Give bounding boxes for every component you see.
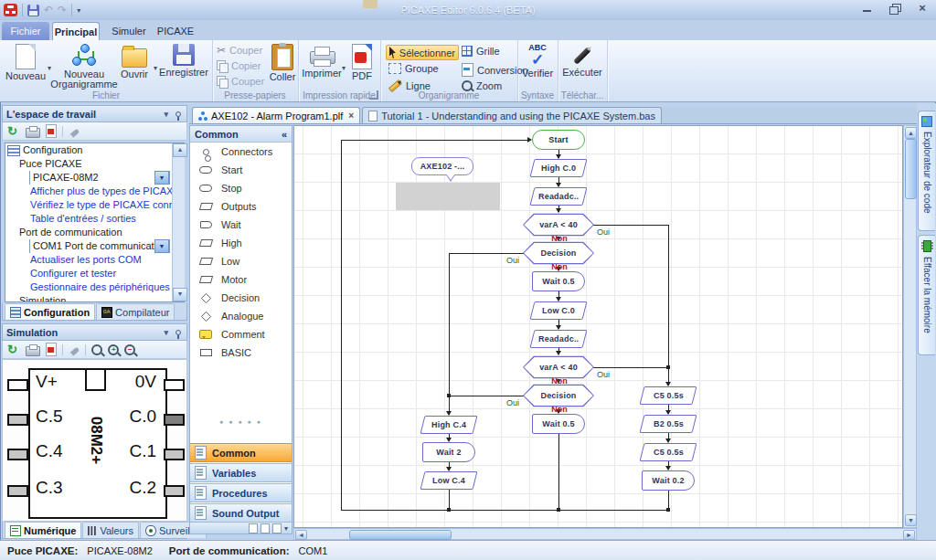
nouveau-organigramme-button[interactable]: Nouveau Organigramme xyxy=(55,42,113,90)
scroll-down-icon[interactable]: ▼ xyxy=(173,288,187,301)
palette-item-connectors[interactable]: Connectors xyxy=(190,143,292,161)
palette-item-basic[interactable]: BASIC xyxy=(190,343,292,362)
category-common[interactable]: Common xyxy=(190,443,292,462)
palette-header[interactable]: Common « xyxy=(190,126,292,143)
chip-pin-c.2[interactable] xyxy=(164,485,185,497)
flow-node-io[interactable]: B2 0.5s xyxy=(640,415,697,433)
flow-node-wait[interactable]: Wait 2 xyxy=(422,442,475,462)
category-variables[interactable]: Variables xyxy=(190,463,292,482)
tab-explorateur-de-code[interactable]: Explorateur de code xyxy=(918,111,935,231)
category-sound-output[interactable]: Sound Output xyxy=(190,503,292,523)
imprimer-dropdown-icon[interactable]: ▾ xyxy=(342,64,346,72)
chip-pin-c.5[interactable] xyxy=(7,414,28,426)
pdf-icon[interactable] xyxy=(46,343,57,356)
executer-button[interactable]: Exécuter xyxy=(559,42,605,78)
minimize-button[interactable] xyxy=(861,3,874,14)
flow-node-io[interactable]: Readadc.. xyxy=(530,330,588,348)
ouvrir-button[interactable]: Ouvrir xyxy=(115,42,154,79)
grille-button[interactable]: Grille xyxy=(459,45,503,58)
tab-effacer-la-memoire[interactable]: Effacer la mémoire xyxy=(918,235,935,355)
tab-valeurs[interactable]: Valeurs xyxy=(82,522,138,538)
flow-node-io[interactable]: High C.4 xyxy=(420,416,478,434)
pin-icon[interactable] xyxy=(176,111,181,117)
palette-item-start[interactable]: Start xyxy=(190,161,292,179)
chip-pin-c.0[interactable] xyxy=(164,414,185,426)
flow-node-io[interactable]: C5 0.5s xyxy=(640,443,697,461)
tree-dropdown[interactable]: PICAXE-08M2▼ xyxy=(29,171,170,185)
flow-node-start[interactable]: Start xyxy=(532,130,585,150)
vertical-scrollbar[interactable]: ▲ ▼ xyxy=(903,125,917,528)
refresh-icon[interactable]: ↻ xyxy=(7,343,20,356)
chip-pin-0v[interactable] xyxy=(164,379,185,391)
flow-node-wait[interactable]: Wait 0.5 xyxy=(532,414,585,434)
tree-item-link[interactable]: Configurer et tester xyxy=(5,267,184,280)
flow-node-io[interactable]: C5 0.5s xyxy=(640,386,697,405)
doc-tab-tutorial[interactable]: Tutorial 1 - Understanding and using the… xyxy=(362,107,662,123)
palette-item-high[interactable]: High xyxy=(190,234,292,252)
scroll-left-icon[interactable]: ◄ xyxy=(295,530,307,540)
chevron-down-icon[interactable]: ▾ xyxy=(164,328,168,337)
chip-pin-v+[interactable] xyxy=(7,379,28,391)
tree-item-link[interactable]: Afficher plus de types de PICAXE xyxy=(5,185,184,198)
dropdown-arrow-icon[interactable]: ▼ xyxy=(154,239,169,253)
tree-dropdown[interactable]: COM1 Port de communication▼ xyxy=(29,239,170,253)
horizontal-scrollbar[interactable]: ◄ ► xyxy=(293,528,917,540)
scroll-up-icon[interactable]: ▲ xyxy=(905,127,917,139)
category-icon[interactable] xyxy=(261,523,270,534)
zoom-in-icon[interactable] xyxy=(108,344,119,355)
refresh-icon[interactable]: ↻ xyxy=(7,125,20,138)
pin-icon[interactable] xyxy=(176,330,181,335)
scroll-up-icon[interactable]: ▲ xyxy=(173,143,187,157)
tree-item-link[interactable]: Gestionnaire des périphériques xyxy=(5,280,184,294)
verifier-button[interactable]: ABC ✓ Verifier xyxy=(519,42,556,79)
tab-simuler[interactable]: Simuler xyxy=(107,22,151,40)
couper-button[interactable]: ✂ Couper xyxy=(214,44,265,57)
settings-wrench-icon[interactable] xyxy=(69,128,80,139)
tab-configuration[interactable]: Configuration xyxy=(5,303,95,320)
palette-splitter[interactable]: ● ● ● ● ● xyxy=(190,419,292,425)
flow-node-wait[interactable]: Wait 0.2 xyxy=(642,470,695,491)
imprimer-button[interactable]: Imprimer xyxy=(302,42,342,79)
restore-button[interactable] xyxy=(888,3,901,14)
zoom-icon[interactable] xyxy=(91,344,102,355)
scroll-down-icon[interactable]: ▼ xyxy=(905,514,917,526)
couper2-button[interactable]: Couper xyxy=(214,75,267,88)
print-icon[interactable] xyxy=(26,128,40,138)
category-icon[interactable] xyxy=(272,523,282,534)
palette-item-low[interactable]: Low xyxy=(190,252,292,270)
tab-numerique[interactable]: Numérique xyxy=(5,522,81,538)
chip-pin-c.4[interactable] xyxy=(7,449,28,460)
tab-principal[interactable]: Principal xyxy=(52,22,100,40)
chevron-down-icon[interactable]: ▾ xyxy=(284,524,288,533)
tab-fichier[interactable]: Fichier xyxy=(2,22,49,40)
flow-node-wait[interactable]: Wait 0.5 xyxy=(532,271,585,291)
collapse-icon[interactable]: « xyxy=(282,129,287,140)
flow-node-comment[interactable]: AXE102 -... xyxy=(411,157,473,175)
scroll-right-icon[interactable]: ► xyxy=(903,530,915,540)
close-button[interactable]: × xyxy=(916,3,929,14)
tree-item-link[interactable]: Table d'entrées / sorties xyxy=(5,212,184,226)
print-icon[interactable] xyxy=(26,346,40,356)
palette-item-analogue[interactable]: Analogue xyxy=(190,307,292,325)
flow-node-io[interactable]: Low C.4 xyxy=(420,471,478,490)
tree-item-link[interactable]: Vérifiez le type de PICAXE connecté xyxy=(5,198,184,212)
tab-compilateur[interactable]: Compilateur xyxy=(96,303,175,320)
palette-item-decision[interactable]: Decision xyxy=(190,289,292,307)
nouveau-button[interactable]: Nouveau xyxy=(4,42,48,81)
category-procedures[interactable]: Procedures xyxy=(190,483,292,502)
enregistrer-button[interactable]: Enregistrer xyxy=(159,42,208,78)
doc-tab-alarm-program[interactable]: AXE102 - Alarm Program1.plf × xyxy=(192,107,360,123)
palette-item-outputs[interactable]: Outputs xyxy=(190,197,292,216)
palette-item-comment[interactable]: Comment xyxy=(190,325,292,343)
palette-item-motor[interactable]: Motor xyxy=(190,270,292,289)
ouvrir-dropdown-icon[interactable]: ▾ xyxy=(154,64,157,72)
zoom-out-icon[interactable] xyxy=(124,344,135,355)
close-tab-icon[interactable]: × xyxy=(348,111,354,121)
palette-item-stop[interactable]: Stop xyxy=(190,179,292,197)
tree-scrollbar[interactable]: ▲ ▼ xyxy=(172,143,185,301)
scrollbar-thumb[interactable] xyxy=(905,139,917,199)
chip-pin-c.1[interactable] xyxy=(164,449,185,460)
pdf-icon[interactable] xyxy=(46,124,57,138)
flow-node-io[interactable]: High C.0 xyxy=(530,159,588,177)
flow-node-io[interactable]: Low C.0 xyxy=(530,301,588,320)
